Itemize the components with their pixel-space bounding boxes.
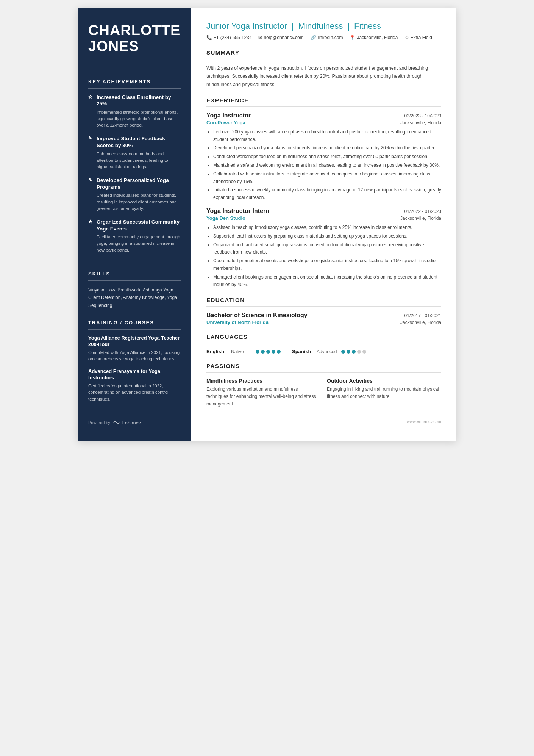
email-icon: ✉ xyxy=(258,35,262,40)
website-text: www.enhancv.com xyxy=(407,419,441,424)
languages-section-title: LANGUAGES xyxy=(206,333,441,340)
linkedin-text: linkedin.com xyxy=(318,35,343,40)
passion-desc-1: Exploring various meditation and mindful… xyxy=(206,386,321,408)
achievement-desc-1: Implemented strategic promotional effort… xyxy=(88,109,181,129)
summary-divider xyxy=(206,59,441,59)
job-2-title: Yoga Instructor Intern xyxy=(206,208,269,214)
key-achievements-section: KEY ACHIEVEMENTS ☆ Increased Class Enrol… xyxy=(88,68,181,260)
language-spanish: Spanish Advanced xyxy=(292,349,366,354)
job-title-part1: Junior Yoga Instructor xyxy=(206,21,287,31)
job-2: Yoga Instructor Intern 01/2022 - 01/2023… xyxy=(206,208,441,288)
spa-dot-1 xyxy=(341,350,345,354)
summary-section: SUMMARY With 2 years of experience in yo… xyxy=(206,49,441,89)
lang-english-level: Native xyxy=(231,349,252,354)
job-2-bullet-3: Organized and facilitated small group se… xyxy=(213,241,441,257)
job-2-dates: 01/2022 - 01/2023 xyxy=(404,209,441,214)
achievement-item-3: ✎ Developed Personalized Yoga Programs C… xyxy=(88,177,181,212)
eng-dot-4 xyxy=(272,350,275,354)
job-1: Yoga Instructor 02/2023 - 10/2023 CorePo… xyxy=(206,112,441,202)
passion-title-2: Outdoor Activities xyxy=(327,378,441,384)
experience-section-title: EXPERIENCE xyxy=(206,97,441,103)
job-2-company-line: Yoga Den Studio Jacksonville, Florida xyxy=(206,215,441,221)
training-section: TRAINING / COURSES Yoga Alliance Registe… xyxy=(88,309,181,409)
training-item-2: Advanced Pranayama for Yoga Instructors … xyxy=(88,368,181,402)
job-title-line: Junior Yoga Instructor | Mindfulness | F… xyxy=(206,21,441,31)
job-1-bullet-5: Collaborated with senior instructors to … xyxy=(213,171,441,186)
achievements-divider xyxy=(88,88,181,89)
job-1-bullet-1: Led over 200 yoga classes with an emphas… xyxy=(213,128,441,144)
eng-dot-1 xyxy=(256,350,259,354)
spa-dot-5 xyxy=(362,350,366,354)
contact-info: 📞 +1-(234)-555-1234 ✉ help@enhancv.com 🔗… xyxy=(206,35,441,40)
extra-icon: ☆ xyxy=(405,35,409,40)
phone-text: +1-(234)-555-1234 xyxy=(214,35,251,40)
education-divider xyxy=(206,306,441,307)
job-1-bullet-6: Initiated a successful weekly community … xyxy=(213,186,441,202)
separator-2: | xyxy=(347,21,352,31)
edu-dates: 01/2017 - 01/2021 xyxy=(404,313,441,318)
job-2-company: Yoga Den Studio xyxy=(206,215,245,221)
name-line1: CHARLOTTE xyxy=(88,22,180,38)
job-2-bullet-4: Coordinated promotional events and works… xyxy=(213,257,441,272)
achievement-icon-4: ★ xyxy=(88,219,94,225)
achievement-icon-1: ☆ xyxy=(88,94,94,100)
training-name-1: Yoga Alliance Registered Yoga Teacher 20… xyxy=(88,335,181,348)
edu-school: University of North Florida xyxy=(206,319,269,325)
achievement-icon-2: ✎ xyxy=(88,136,94,142)
contact-phone: 📞 +1-(234)-555-1234 xyxy=(206,35,251,40)
achievement-icon-3: ✎ xyxy=(88,177,94,183)
job-2-bullet-1: Assisted in teaching introductory yoga c… xyxy=(213,224,441,232)
job-title-part2: Mindfulness xyxy=(298,21,343,31)
job-1-location: Jacksonville, Florida xyxy=(400,120,441,125)
job-title-part3: Fitness xyxy=(354,21,381,31)
lang-spanish-name: Spanish xyxy=(292,349,313,354)
edu-location: Jacksonville, Florida xyxy=(400,320,441,325)
achievement-item-1: ☆ Increased Class Enrollment by 25% Impl… xyxy=(88,94,181,129)
job-1-bullet-2: Developed personalized yoga plans for st… xyxy=(213,144,441,152)
lang-spanish-dots xyxy=(341,350,366,354)
passion-title-1: Mindfulness Practices xyxy=(206,378,321,384)
training-title: TRAINING / COURSES xyxy=(88,320,181,326)
languages-row: English Native Spanish Advanced xyxy=(206,349,441,354)
passions-section-title: PASSIONS xyxy=(206,363,441,369)
sidebar-footer: Powered by Enhancv xyxy=(88,409,181,426)
job-2-bullet-5: Managed client bookings and engagement o… xyxy=(213,274,441,289)
job-1-bullet-3: Conducted workshops focused on mindfulne… xyxy=(213,153,441,161)
training-name-2: Advanced Pranayama for Yoga Instructors xyxy=(88,368,181,381)
spa-dot-4 xyxy=(357,350,361,354)
phone-icon: 📞 xyxy=(206,35,212,40)
main-content: Junior Yoga Instructor | Mindfulness | F… xyxy=(191,8,456,441)
main-header: Junior Yoga Instructor | Mindfulness | F… xyxy=(206,21,441,40)
lang-english-dots xyxy=(256,350,281,354)
education-section: EDUCATION Bachelor of Science in Kinesio… xyxy=(206,297,441,325)
enhancv-brand-text: Enhancv xyxy=(122,420,141,426)
extra-text: Extra Field xyxy=(411,35,432,40)
training-item-1: Yoga Alliance Registered Yoga Teacher 20… xyxy=(88,335,181,362)
main-footer: www.enhancv.com xyxy=(206,419,441,424)
job-1-header: Yoga Instructor 02/2023 - 10/2023 xyxy=(206,112,441,119)
eng-dot-2 xyxy=(261,350,265,354)
passion-item-1: Mindfulness Practices Exploring various … xyxy=(206,378,321,408)
name-line2: JONES xyxy=(88,38,139,54)
separator-1: | xyxy=(292,21,296,31)
edu-school-line: University of North Florida Jacksonville… xyxy=(206,319,441,325)
edu-degree: Bachelor of Science in Kinesiology xyxy=(206,312,308,319)
resume-container: CHARLOTTE JONES KEY ACHIEVEMENTS ☆ Incre… xyxy=(78,8,456,441)
enhancv-logo: Enhancv xyxy=(113,420,141,426)
contact-linkedin: 🔗 linkedin.com xyxy=(311,35,343,40)
job-2-header: Yoga Instructor Intern 01/2022 - 01/2023 xyxy=(206,208,441,214)
sidebar: CHARLOTTE JONES KEY ACHIEVEMENTS ☆ Incre… xyxy=(78,8,191,441)
skills-divider xyxy=(88,280,181,281)
job-2-bullet-2: Supported lead instructors by preparing … xyxy=(213,233,441,240)
passions-grid: Mindfulness Practices Exploring various … xyxy=(206,378,441,408)
contact-extra: ☆ Extra Field xyxy=(405,35,432,40)
achievement-title-1: ☆ Increased Class Enrollment by 25% xyxy=(88,94,181,107)
achievement-item-2: ✎ Improved Student Feedback Scores by 30… xyxy=(88,135,181,170)
linkedin-icon: 🔗 xyxy=(311,35,316,40)
key-achievements-title: KEY ACHIEVEMENTS xyxy=(88,79,181,85)
lang-english-name: English xyxy=(206,349,227,354)
summary-text: With 2 years of experience in yoga instr… xyxy=(206,64,441,89)
passion-desc-2: Engaging in hiking and trail running to … xyxy=(327,386,441,400)
job-2-location: Jacksonville, Florida xyxy=(400,216,441,221)
experience-section: EXPERIENCE Yoga Instructor 02/2023 - 10/… xyxy=(206,97,441,289)
